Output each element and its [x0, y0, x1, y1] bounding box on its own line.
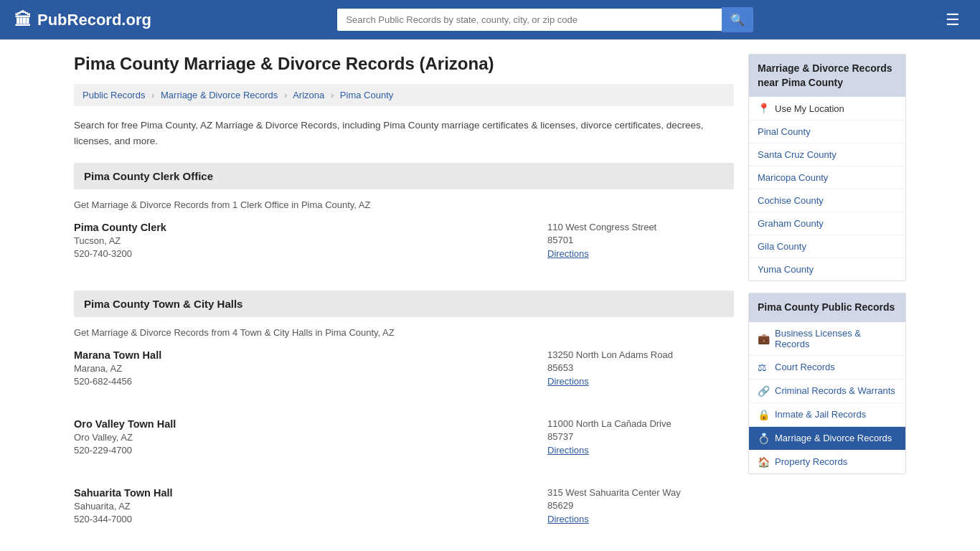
- record-address-marana: 13250 North Lon Adams Road: [547, 349, 734, 360]
- cochise-county-label: Cochise County: [758, 195, 824, 206]
- record-zip-sahuarita: 85629: [547, 500, 734, 511]
- sidebar-item-cochise[interactable]: Cochise County: [749, 189, 905, 212]
- gila-county-label: Gila County: [758, 241, 806, 252]
- record-right-sahuarita: 315 West Sahuarita Center Way 85629 Dire…: [547, 487, 734, 524]
- criminal-icon: 🔗: [758, 385, 771, 397]
- marriage-icon: 💍: [758, 433, 771, 444]
- location-icon: 📍: [758, 103, 771, 114]
- main-container: Pima County Marriage & Divorce Records (…: [60, 39, 920, 551]
- sidebar-item-criminal-records[interactable]: 🔗 Criminal Records & Warrants: [749, 380, 905, 403]
- search-bar: 🔍: [337, 7, 753, 32]
- breadcrumb-marriage-divorce[interactable]: Marriage & Divorce Records: [161, 90, 278, 100]
- sidebar-item-pinal[interactable]: Pinal County: [749, 121, 905, 143]
- jail-icon: 🔒: [758, 409, 771, 420]
- record-left-oro-valley: Oro Valley Town Hall Oro Valley, AZ 520-…: [74, 418, 547, 456]
- search-button[interactable]: 🔍: [722, 7, 753, 32]
- business-icon: 💼: [758, 333, 771, 344]
- page-title: Pima County Marriage & Divorce Records (…: [74, 54, 734, 74]
- record-left-clerk: Pima County Clerk Tucson, AZ 520-740-320…: [74, 222, 547, 259]
- site-header: 🏛 PubRecord.org 🔍 ☰: [0, 0, 980, 39]
- section-header-clerk: Pima County Clerk Office: [74, 163, 734, 189]
- pinal-county-label: Pinal County: [758, 126, 811, 137]
- section-desc-clerk: Get Marriage & Divorce Records from 1 Cl…: [74, 199, 734, 210]
- sidebar-nearby-content: 📍 Use My Location Pinal County Santa Cru…: [749, 97, 905, 281]
- logo-text: PubRecord.org: [37, 11, 151, 29]
- record-zip-clerk: 85701: [547, 235, 734, 245]
- page-description: Search for free Pima County, AZ Marriage…: [74, 118, 734, 149]
- record-zip-oro-valley: 85737: [547, 431, 734, 442]
- graham-county-label: Graham County: [758, 218, 824, 229]
- record-phone-sahuarita: 520-344-7000: [74, 514, 547, 524]
- property-records-label: Property Records: [775, 456, 847, 467]
- directions-link-marana[interactable]: Directions: [547, 376, 589, 387]
- main-content: Pima County Marriage & Divorce Records (…: [74, 54, 734, 551]
- sidebar-nearby-box: Marriage & Divorce Records near Pima Cou…: [748, 54, 906, 281]
- sidebar-item-gila[interactable]: Gila County: [749, 235, 905, 258]
- sidebar-item-court-records[interactable]: ⚖ Court Records: [749, 356, 905, 380]
- sidebar-item-maricopa[interactable]: Maricopa County: [749, 166, 905, 189]
- sidebar-nearby-header: Marriage & Divorce Records near Pima Cou…: [749, 55, 905, 97]
- sidebar-use-location[interactable]: 📍 Use My Location: [749, 97, 905, 121]
- record-name-sahuarita: Sahuarita Town Hall: [74, 487, 547, 499]
- record-entry-clerk: Pima County Clerk Tucson, AZ 520-740-320…: [74, 222, 734, 273]
- breadcrumb-sep-2: ›: [284, 90, 287, 100]
- record-left-marana: Marana Town Hall Marana, AZ 520-682-4456: [74, 349, 547, 387]
- record-city-marana: Marana, AZ: [74, 363, 547, 374]
- directions-link-sahuarita[interactable]: Directions: [547, 514, 589, 524]
- record-left-sahuarita: Sahuarita Town Hall Sahuarita, AZ 520-34…: [74, 487, 547, 524]
- record-address-oro-valley: 11000 North La Cañada Drive: [547, 418, 734, 429]
- sidebar-item-marriage-divorce[interactable]: 💍 Marriage & Divorce Records: [749, 427, 905, 451]
- record-city-oro-valley: Oro Valley, AZ: [74, 432, 547, 443]
- criminal-records-label: Criminal Records & Warrants: [775, 385, 895, 396]
- record-name-oro-valley: Oro Valley Town Hall: [74, 418, 547, 430]
- record-right-clerk: 110 West Congress Street 85701 Direction…: [547, 222, 734, 259]
- property-icon: 🏠: [758, 456, 771, 468]
- yuma-county-label: Yuma County: [758, 264, 814, 275]
- sidebar-public-records-content: 💼 Business Licenses & Records ⚖ Court Re…: [749, 322, 905, 474]
- court-records-label: Court Records: [775, 362, 835, 372]
- record-name-clerk: Pima County Clerk: [74, 222, 547, 233]
- breadcrumb-arizona[interactable]: Arizona: [293, 90, 324, 100]
- search-input[interactable]: [337, 9, 722, 31]
- menu-button[interactable]: ☰: [940, 8, 966, 32]
- section-header-towns: Pima County Town & City Halls: [74, 291, 734, 317]
- sidebar-item-inmate-jail[interactable]: 🔒 Inmate & Jail Records: [749, 403, 905, 427]
- record-city-sahuarita: Sahuarita, AZ: [74, 501, 547, 512]
- record-phone-clerk: 520-740-3200: [74, 248, 547, 259]
- breadcrumb-sep-1: ›: [151, 90, 154, 100]
- sidebar: Marriage & Divorce Records near Pima Cou…: [748, 54, 906, 551]
- maricopa-county-label: Maricopa County: [758, 172, 828, 183]
- sidebar-item-santa-cruz[interactable]: Santa Cruz County: [749, 143, 905, 166]
- directions-link-oro-valley[interactable]: Directions: [547, 445, 589, 456]
- sidebar-item-property-records[interactable]: 🏠 Property Records: [749, 451, 905, 474]
- sidebar-public-records-header: Pima County Public Records: [749, 293, 905, 322]
- santa-cruz-county-label: Santa Cruz County: [758, 149, 837, 160]
- marriage-divorce-label: Marriage & Divorce Records: [775, 433, 892, 443]
- record-entry-sahuarita: Sahuarita Town Hall Sahuarita, AZ 520-34…: [74, 487, 734, 539]
- record-address-sahuarita: 315 West Sahuarita Center Way: [547, 487, 734, 498]
- sidebar-item-yuma[interactable]: Yuma County: [749, 258, 905, 281]
- use-location-label: Use My Location: [775, 103, 844, 114]
- sidebar-item-graham[interactable]: Graham County: [749, 212, 905, 235]
- record-address-clerk: 110 West Congress Street: [547, 222, 734, 232]
- directions-link-clerk[interactable]: Directions: [547, 248, 589, 259]
- site-logo[interactable]: 🏛 PubRecord.org: [14, 10, 151, 30]
- record-zip-marana: 85653: [547, 362, 734, 373]
- record-right-oro-valley: 11000 North La Cañada Drive 85737 Direct…: [547, 418, 734, 456]
- record-entry-marana: Marana Town Hall Marana, AZ 520-682-4456…: [74, 349, 734, 401]
- logo-icon: 🏛: [14, 10, 32, 30]
- court-icon: ⚖: [758, 362, 771, 373]
- sidebar-public-records-box: Pima County Public Records 💼 Business Li…: [748, 293, 906, 474]
- sidebar-item-business-licenses[interactable]: 💼 Business Licenses & Records: [749, 322, 905, 356]
- record-entry-oro-valley: Oro Valley Town Hall Oro Valley, AZ 520-…: [74, 418, 734, 470]
- record-city-clerk: Tucson, AZ: [74, 235, 547, 246]
- record-phone-oro-valley: 520-229-4700: [74, 445, 547, 456]
- breadcrumb-sep-3: ›: [331, 90, 334, 100]
- breadcrumb-public-records[interactable]: Public Records: [83, 90, 145, 100]
- record-phone-marana: 520-682-4456: [74, 376, 547, 387]
- breadcrumb-pima-county[interactable]: Pima County: [340, 90, 393, 100]
- record-right-marana: 13250 North Lon Adams Road 85653 Directi…: [547, 349, 734, 387]
- business-licenses-label: Business Licenses & Records: [775, 328, 897, 349]
- record-name-marana: Marana Town Hall: [74, 349, 547, 361]
- inmate-jail-label: Inmate & Jail Records: [775, 409, 866, 420]
